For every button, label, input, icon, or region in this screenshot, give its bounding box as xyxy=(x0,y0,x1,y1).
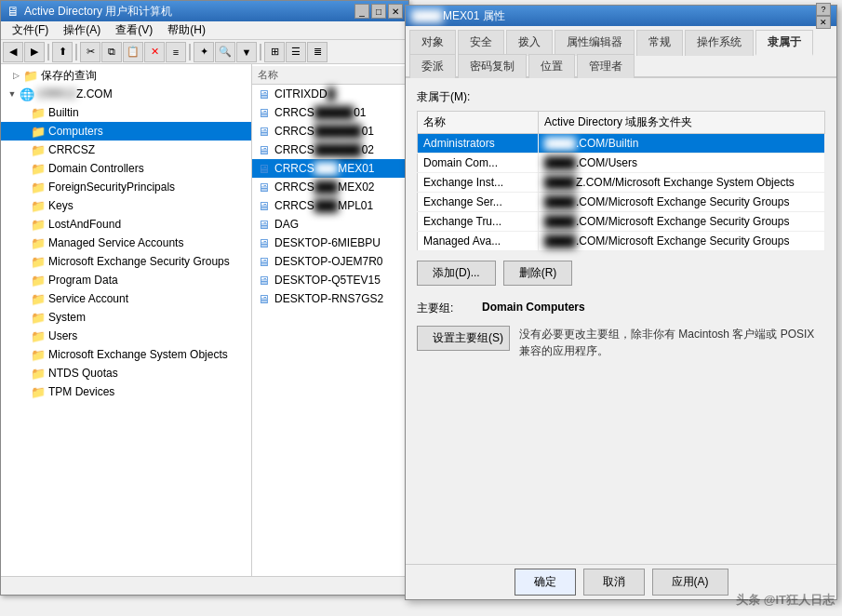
tab-general[interactable]: 常规 xyxy=(636,30,683,56)
tab-member-of[interactable]: 隶属于 xyxy=(755,30,813,56)
tab-attr-editor[interactable]: 属性编辑器 xyxy=(555,30,635,56)
computer-icon-mex01: 🖥 xyxy=(256,161,271,176)
back-button[interactable]: ◀ xyxy=(3,42,23,62)
tree-node-crrcsz[interactable]: 📁 CRRCSZ xyxy=(1,141,251,159)
list-item-dag[interactable]: 🖥 DAG xyxy=(252,215,408,234)
primary-group-section: 主要组: Domain Computers 设置主要组(S) 没有必要更改主要组… xyxy=(417,299,825,359)
tab-security[interactable]: 安全 xyxy=(458,30,504,56)
col-header-path: Active Directory 域服务文件夹 xyxy=(539,112,825,134)
folder-icon-fsp: 📁 xyxy=(31,180,46,194)
tree-node-builtin[interactable]: 📁 Builtin xyxy=(1,103,251,122)
tree-node-lost-found[interactable]: 📁 LostAndFound xyxy=(1,215,251,234)
tab-password-copy[interactable]: 密码复制 xyxy=(458,54,527,78)
tree-node-foreign-security[interactable]: 📁 ForeignSecurityPrincipals xyxy=(1,178,251,196)
properties-button[interactable]: ≡ xyxy=(166,42,186,62)
filter-button[interactable]: ▼ xyxy=(236,42,257,62)
tree-node-ntds[interactable]: 📁 NTDS Quotas xyxy=(1,364,251,382)
dialog-content: 隶属于(M): 名称 Active Directory 域服务文件夹 Admin… xyxy=(406,78,836,599)
list-item-mex01[interactable]: 🖥 CRRCS███MEX01 xyxy=(252,159,408,178)
folder-icon-dc: 📁 xyxy=(31,161,46,176)
tree-node-managed-svc[interactable]: 📁 Managed Service Accounts xyxy=(1,234,251,252)
member-name-managed-ava: Managed Ava... xyxy=(418,232,539,251)
tree-node-keys[interactable]: 📁 Keys xyxy=(1,196,251,215)
member-name-exchange-tru: Exchange Tru... xyxy=(418,212,539,232)
dialog-help-button[interactable]: ? xyxy=(816,3,831,16)
ok-button[interactable]: 确定 xyxy=(515,569,576,596)
detail-view-button[interactable]: ≣ xyxy=(307,42,327,62)
member-of-label: 隶属于(M): xyxy=(417,89,825,105)
minimize-button[interactable]: _ xyxy=(354,4,369,19)
tab-os[interactable]: 操作系统 xyxy=(685,30,754,56)
tab-object[interactable]: 对象 xyxy=(409,30,456,56)
primary-group-btn-desc-row: 设置主要组(S) 没有必要更改主要组，除非你有 Macintosh 客户端或 P… xyxy=(417,326,825,359)
computer-icon-crrcsz02: 🖥 xyxy=(256,142,271,157)
new-object-button[interactable]: ✦ xyxy=(194,42,214,62)
large-icons-button[interactable]: ⊞ xyxy=(264,42,285,62)
member-name-administrators: Administrators xyxy=(418,134,539,154)
folder-icon-system: 📁 xyxy=(31,310,46,325)
maximize-button[interactable]: □ xyxy=(371,4,386,19)
cut-button[interactable]: ✂ xyxy=(80,42,100,62)
toolbar: ◀ ▶ ⬆ ✂ ⧉ 📋 ✕ ≡ ✦ 🔍 ▼ ⊞ ☰ ≣ xyxy=(1,40,408,64)
set-primary-group-button[interactable]: 设置主要组(S) xyxy=(417,326,510,351)
apply-button[interactable]: 应用(A) xyxy=(652,569,728,596)
paste-button[interactable]: 📋 xyxy=(123,42,143,62)
list-item-crrcsz02[interactable]: 🖥 CRRCS██████02 xyxy=(252,141,408,159)
tree-node-exchange-sec[interactable]: 📁 Microsoft Exchange Security Groups xyxy=(1,252,251,271)
list-item-citrixddc[interactable]: 🖥 CITRIXDD█ xyxy=(252,85,408,103)
menu-action[interactable]: 操作(A) xyxy=(56,20,108,40)
dialog-close-button[interactable]: ✕ xyxy=(816,16,831,29)
tree-node-users[interactable]: 📁 Users xyxy=(1,327,251,345)
close-button[interactable]: ✕ xyxy=(388,4,403,19)
delete-button[interactable]: ✕ xyxy=(144,42,165,62)
cancel-button[interactable]: 取消 xyxy=(583,569,645,596)
tree-toggle-system xyxy=(16,310,31,325)
list-item-mpl01[interactable]: 🖥 CRRCS███MPL01 xyxy=(252,196,408,215)
list-item-desktop-6miebpu[interactable]: 🖥 DESKTOP-6MIEBPU xyxy=(252,234,408,252)
list-item-desktop-ojem7r0[interactable]: 🖥 DESKTOP-OJEM7R0 xyxy=(252,252,408,271)
tab-delegate[interactable]: 委派 xyxy=(409,54,456,78)
tab-location[interactable]: 位置 xyxy=(528,54,575,78)
tree-node-system[interactable]: 📁 System xyxy=(1,308,251,327)
tree-label-pd: Program Data xyxy=(48,274,118,287)
watermark: 头条 @IT狂人日志 xyxy=(736,592,835,609)
tab-admin[interactable]: 管理者 xyxy=(577,54,635,78)
tree-node-domain-controllers[interactable]: 📁 Domain Controllers xyxy=(1,159,251,178)
tree-node-tpm[interactable]: 📁 TPM Devices xyxy=(1,382,251,401)
tree-node-program-data[interactable]: 📁 Program Data xyxy=(1,271,251,289)
member-name-exchange-ser: Exchange Ser... xyxy=(418,193,539,212)
table-row-exchange-inst[interactable]: Exchange Inst... ████Z.COM/Microsoft Exc… xyxy=(418,173,825,193)
primary-group-label: 主要组: xyxy=(417,299,473,316)
tree-node-domain-root[interactable]: ▼ 🌐 CRRCZZ.COM xyxy=(1,85,251,103)
table-row-domain-com[interactable]: Domain Com... ████.COM/Users xyxy=(418,154,825,173)
table-row-exchange-ser[interactable]: Exchange Ser... ████.COM/Microsoft Excha… xyxy=(418,193,825,212)
table-row-managed-ava[interactable]: Managed Ava... ████.COM/Microsoft Exchan… xyxy=(418,232,825,251)
remove-button[interactable]: 删除(R) xyxy=(503,261,573,286)
list-item-desktop-rns7gs2[interactable]: 🖥 DESKTOP-RNS7GS2 xyxy=(252,289,408,308)
up-button[interactable]: ⬆ xyxy=(52,42,73,62)
menu-file[interactable]: 文件(F) xyxy=(5,20,56,40)
tree-label-keys: Keys xyxy=(48,199,74,212)
tree-toggle-domain-root: ▼ xyxy=(5,87,20,101)
folder-icon-computers: 📁 xyxy=(31,124,46,139)
menu-view[interactable]: 查看(V) xyxy=(108,20,160,40)
table-row-administrators[interactable]: Administrators ████.COM/Builtin xyxy=(418,134,825,154)
list-item-mex02[interactable]: 🖥 CRRCS███MEX02 xyxy=(252,178,408,196)
tree-node-exchange-sys[interactable]: 📁 Microsoft Exchange System Objects xyxy=(1,345,251,364)
computer-icon-desktop-rns7gs2: 🖥 xyxy=(256,291,271,306)
find-button[interactable]: 🔍 xyxy=(215,42,235,62)
copy-button[interactable]: ⧉ xyxy=(101,42,122,62)
forward-button[interactable]: ▶ xyxy=(24,42,45,62)
menu-help[interactable]: 帮助(H) xyxy=(160,20,213,40)
tree-node-computers[interactable]: 📁 Computers xyxy=(1,122,251,141)
tree-node-service-account[interactable]: 📁 Service Account xyxy=(1,289,251,308)
list-view-button[interactable]: ☰ xyxy=(286,42,306,62)
list-item-desktop-q5tev15[interactable]: 🖥 DESKTOP-Q5TEV15 xyxy=(252,271,408,289)
list-item-crrcsz-uc01[interactable]: 🖥 CRRCS██████01 xyxy=(252,122,408,141)
list-item-crrcsz01[interactable]: 🖥 CRRCS█████01 xyxy=(252,103,408,122)
add-button[interactable]: 添加(D)... xyxy=(417,261,496,286)
left-titlebar: 🖥 Active Directory 用户和计算机 _ □ ✕ xyxy=(1,1,408,21)
tree-node-saved-query[interactable]: ▷ 📁 保存的查询 xyxy=(1,66,251,85)
table-row-exchange-tru[interactable]: Exchange Tru... ████.COM/Microsoft Excha… xyxy=(418,212,825,232)
tab-dial-in[interactable]: 拨入 xyxy=(506,30,553,56)
